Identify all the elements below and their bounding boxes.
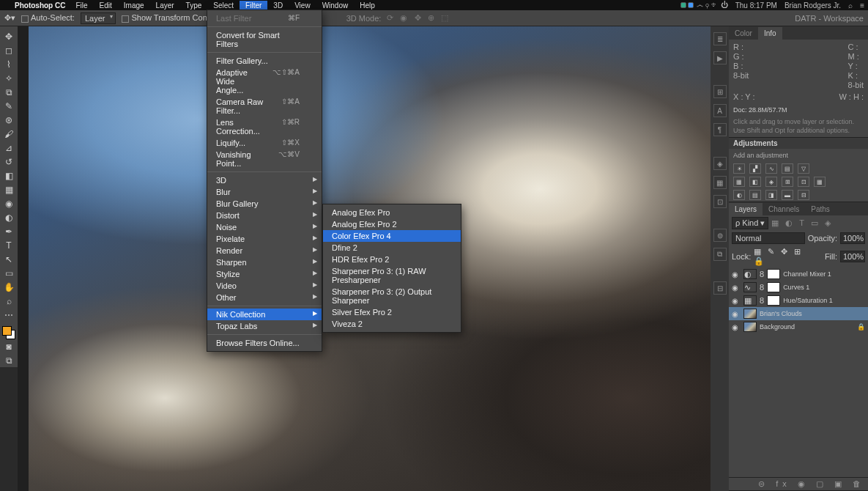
mi-topaz[interactable]: Topaz Labs: [207, 320, 322, 332]
tool-blur[interactable]: ◉: [1, 196, 17, 210]
tab-info[interactable]: Info: [758, 27, 782, 40]
transform-checkbox[interactable]: [122, 15, 129, 23]
menu-layer[interactable]: Layer: [150, 1, 180, 10]
layer-footer-icons[interactable]: ⊝ fx ◉ ▢ ▣ 🗑: [758, 479, 865, 489]
dock-pattern-icon[interactable]: ⊟: [713, 281, 727, 295]
auto-select-dropdown[interactable]: Layer: [81, 12, 116, 24]
adj-exposure-icon[interactable]: ▤: [782, 163, 793, 174]
menu-edit[interactable]: Edit: [94, 1, 118, 10]
workspace-label[interactable]: DATR - Workspace: [795, 14, 864, 23]
tool-zoom[interactable]: ⌕: [1, 294, 17, 308]
adj-brightness-icon[interactable]: ☀: [733, 163, 745, 174]
menu-help[interactable]: Help: [354, 1, 381, 10]
adj-invert-icon[interactable]: ◐: [733, 190, 745, 200]
mi-hdr-efex-2[interactable]: HDR Efex Pro 2: [323, 254, 461, 265]
tab-color[interactable]: Color: [729, 27, 758, 40]
tool-more[interactable]: ⋯: [1, 308, 17, 322]
mi-vanishing-point[interactable]: Vanishing Point...⌥⌘V: [207, 149, 322, 169]
layer-row[interactable]: ◉◐8Channel Mixer 1: [729, 267, 868, 281]
menu-view[interactable]: View: [289, 1, 316, 10]
auto-select-checkbox[interactable]: [21, 15, 29, 23]
dock-clone-icon[interactable]: ⧉: [713, 248, 727, 261]
mi-blur[interactable]: Blur: [207, 186, 322, 198]
tool-brush[interactable]: 🖌: [1, 127, 17, 141]
opacity-field[interactable]: 100%: [840, 232, 865, 244]
tool-hand[interactable]: ✋: [1, 280, 17, 294]
tab-channels[interactable]: Channels: [763, 203, 805, 215]
mi-3d[interactable]: 3D: [207, 174, 322, 186]
mi-silver-efex-2[interactable]: Silver Efex Pro 2: [323, 306, 461, 318]
dock-swatch-icon[interactable]: ▦: [713, 176, 727, 189]
layer-row[interactable]: ◉Background🔒: [729, 320, 868, 333]
mi-stylize[interactable]: Stylize: [207, 268, 322, 280]
dock-nav-icon[interactable]: ◈: [713, 157, 727, 170]
mi-pixelate[interactable]: Pixelate: [207, 233, 322, 245]
dock-history-icon[interactable]: ≣: [713, 32, 727, 45]
mi-analog-efex[interactable]: Analog Efex Pro: [323, 207, 461, 218]
menu-filter[interactable]: Filter: [240, 1, 267, 10]
tool-shape[interactable]: ▭: [1, 266, 17, 280]
quick-mask[interactable]: ◙: [1, 339, 17, 353]
menu-file[interactable]: File: [70, 1, 93, 10]
tab-layers[interactable]: Layers: [729, 203, 763, 215]
dock-para-icon[interactable]: ¶: [713, 123, 727, 136]
tool-path[interactable]: ↖: [1, 252, 17, 266]
tool-gradient[interactable]: ▦: [1, 182, 17, 196]
menu-window[interactable]: Window: [316, 1, 355, 10]
mi-camera-raw[interactable]: Camera Raw Filter...⇧⌘A: [207, 96, 322, 117]
adj-lookup-icon[interactable]: ⊡: [798, 177, 809, 187]
mi-convert-smart[interactable]: Convert for Smart Filters: [207, 29, 322, 50]
eye-icon[interactable]: ◉: [732, 284, 741, 292]
tool-wand[interactable]: ✧: [1, 71, 17, 85]
screen-mode[interactable]: ⧉: [1, 353, 17, 367]
tool-heal[interactable]: ⊛: [1, 113, 17, 127]
menu-select[interactable]: Select: [207, 1, 240, 10]
tool-dodge[interactable]: ◐: [1, 210, 17, 224]
layer-row[interactable]: ◉∿8Curves 1: [729, 281, 868, 294]
adj-mixer-icon[interactable]: ⊞: [782, 177, 793, 187]
mi-filter-gallery[interactable]: Filter Gallery...: [207, 55, 322, 67]
blend-mode[interactable]: Normal: [732, 232, 805, 244]
adj-bw-icon[interactable]: ◧: [749, 177, 761, 187]
tool-marquee[interactable]: ◻: [1, 43, 17, 57]
menu-extra-icon[interactable]: ≡: [856, 1, 868, 10]
dock-char-icon[interactable]: A: [713, 104, 727, 117]
adj-select-icon[interactable]: ⊟: [798, 190, 809, 200]
adj-thresh-icon[interactable]: ◨: [765, 190, 777, 200]
adj-levels-icon[interactable]: ▞: [749, 163, 761, 174]
adj-photo-icon[interactable]: ◈: [765, 177, 777, 187]
adj-grid-icon[interactable]: ▦: [814, 177, 826, 187]
mode-3d-icons[interactable]: ⟳ ◉ ✥ ⊕ ⬚: [387, 13, 450, 23]
layer-row[interactable]: ◉Brian's Clouds: [729, 307, 868, 320]
dock-prop-icon[interactable]: ⊞: [713, 85, 727, 98]
adj-poster-icon[interactable]: ▤: [749, 190, 761, 200]
mi-sharpener-output[interactable]: Sharpener Pro 3: (2) Output Sharpener: [323, 286, 461, 306]
layer-kind[interactable]: ρ Kind ▾: [732, 217, 768, 229]
menu-3d[interactable]: 3D: [267, 1, 289, 10]
mi-browse-online[interactable]: Browse Filters Online...: [207, 337, 322, 349]
mi-blur-gallery[interactable]: Blur Gallery: [207, 198, 322, 210]
menu-image[interactable]: Image: [118, 1, 150, 10]
tool-pen[interactable]: ✒: [1, 224, 17, 238]
eye-icon[interactable]: ◉: [732, 270, 741, 278]
dock-lib-icon[interactable]: ⊡: [713, 195, 727, 208]
mi-sharpener-raw[interactable]: Sharpener Pro 3: (1) RAW Presharpener: [323, 265, 461, 286]
mi-noise[interactable]: Noise: [207, 221, 322, 233]
dock-play-icon[interactable]: ▶: [713, 51, 727, 64]
mi-video[interactable]: Video: [207, 280, 322, 292]
eye-icon[interactable]: ◉: [732, 310, 741, 318]
mi-color-efex-4[interactable]: Color Efex Pro 4: [323, 230, 461, 242]
mi-other[interactable]: Other: [207, 292, 322, 303]
tool-history[interactable]: ↺: [1, 155, 17, 169]
layer-row[interactable]: ◉▦8Hue/Saturation 1: [729, 294, 868, 307]
mi-adaptive-wide[interactable]: Adaptive Wide Angle...⌥⇧⌘A: [207, 67, 322, 96]
fill-field[interactable]: 100%: [840, 251, 865, 262]
eye-icon[interactable]: ◉: [732, 297, 741, 305]
menu-type[interactable]: Type: [180, 1, 208, 10]
tool-move[interactable]: ✥: [1, 29, 17, 43]
mi-viveza-2[interactable]: Viveza 2: [323, 318, 461, 330]
lock-icons[interactable]: ▦ ✎ ✥ ⊞ 🔒: [754, 247, 819, 266]
mi-nik-collection[interactable]: Nik Collection: [207, 309, 322, 320]
tool-lasso[interactable]: ⌇: [1, 57, 17, 71]
mi-sharpen[interactable]: Sharpen: [207, 256, 322, 268]
